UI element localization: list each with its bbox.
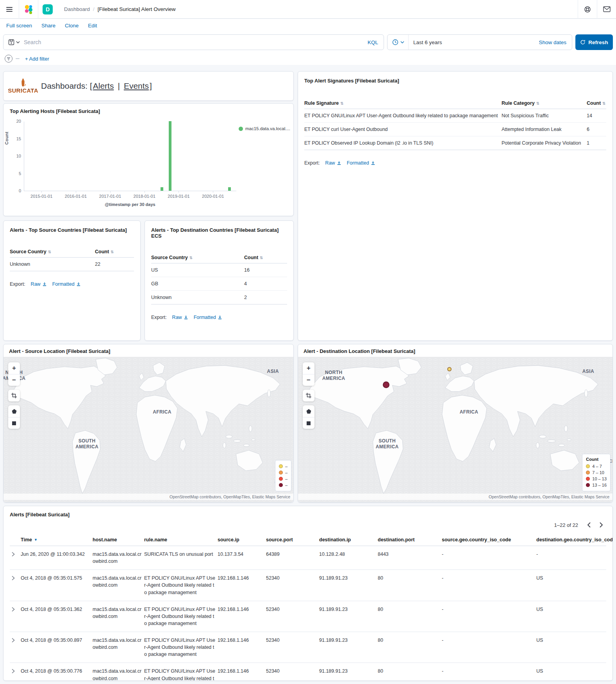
help-button[interactable] xyxy=(578,0,597,19)
column-header[interactable]: destination.port xyxy=(378,537,440,543)
column-header[interactable]: destination.ip xyxy=(319,537,376,543)
column-header[interactable]: Rule Category⇅ xyxy=(502,100,587,106)
table-row[interactable]: GB4 xyxy=(151,277,287,291)
sort-icon: ⇅ xyxy=(111,250,114,254)
y-tick-label: 15 xyxy=(9,136,21,141)
column-header[interactable]: Rule Signature⇅ xyxy=(304,100,502,106)
map-zoom-in-button[interactable]: + xyxy=(303,362,314,374)
menu-button[interactable] xyxy=(0,0,19,19)
map-draw-rect-button[interactable] xyxy=(8,417,20,429)
sort-desc-icon: ▼ xyxy=(34,538,37,542)
table-cell: mac15.data.va.local.crowbird.com xyxy=(93,668,143,681)
column-header[interactable]: Source Country⇅ xyxy=(10,249,95,254)
map-canvas[interactable]: NORTH AMERICA ASIA AFRICA SOUTH AMERICA … xyxy=(4,357,293,502)
share-link[interactable]: Share xyxy=(41,23,55,29)
expand-row-button[interactable] xyxy=(10,637,17,644)
kibana-dashboard-screen: D Dashboard / [Filebeat Suricata] Alert … xyxy=(0,0,616,684)
clone-link[interactable]: Clone xyxy=(65,23,79,29)
table-row[interactable]: ET POLICY curl User-Agent OutboundAttemp… xyxy=(304,123,606,136)
export-formatted-link[interactable]: Formatted xyxy=(194,315,222,320)
kql-selector[interactable]: KQL xyxy=(362,39,384,45)
crop-icon xyxy=(306,393,311,398)
table-row[interactable]: Oct 4, 2018 @ 05:35:00.897mac15.data.va.… xyxy=(10,632,606,663)
chart-bar[interactable] xyxy=(161,187,163,191)
expand-row-button[interactable] xyxy=(10,606,17,613)
map-fit-bounds-button[interactable] xyxy=(303,390,314,401)
table-row[interactable]: Oct 4, 2018 @ 05:35:01.575mac15.data.va.… xyxy=(10,569,606,600)
column-header-label: Rule Signature xyxy=(304,100,339,106)
map-draw-polygon-button[interactable] xyxy=(303,405,314,417)
map-canvas[interactable]: NORTH AMERICA ASIA AFRICA SOUTH AMERICA … xyxy=(298,357,612,502)
column-header[interactable]: Count⇅ xyxy=(587,100,606,106)
legend-dot-icon xyxy=(279,464,283,468)
time-quick-menu[interactable] xyxy=(387,35,409,50)
table-row[interactable]: Unknown2 xyxy=(151,291,287,304)
newsfeed-button[interactable] xyxy=(597,0,616,19)
table-row[interactable]: Unknown22 xyxy=(10,258,134,271)
chart-bar[interactable] xyxy=(169,121,171,191)
table-row[interactable]: Jun 26, 2020 @ 11:00:03.342mac15.data.va… xyxy=(10,546,606,569)
legend-item[interactable]: mac15.data.va.local.... xyxy=(239,126,290,131)
refresh-button[interactable]: Refresh xyxy=(575,34,613,50)
column-header-label: Time xyxy=(21,537,32,543)
x-tick-label: 2016-01-01 xyxy=(59,194,92,199)
saved-query-icon xyxy=(8,39,14,45)
table-row[interactable]: ET POLICY Observed IP Lookup Domain (l2 … xyxy=(304,136,606,150)
chart-bar[interactable] xyxy=(228,187,231,191)
export-raw-link[interactable]: Raw xyxy=(172,315,188,320)
map-draw-polygon-button[interactable] xyxy=(8,405,20,417)
events-dashboard-link[interactable]: Events xyxy=(124,81,149,91)
sort-icon: ⇅ xyxy=(340,101,343,106)
expand-row-button[interactable] xyxy=(10,551,17,558)
table-row[interactable]: ET POLICY GNU/Linux APT User-Agent Outbo… xyxy=(304,109,606,123)
column-header[interactable]: destination.geo.country_iso_code xyxy=(536,537,613,543)
column-header[interactable]: rule.name xyxy=(144,537,216,543)
map-zoom-out-button[interactable]: − xyxy=(303,374,314,386)
hosts-chart-plot[interactable]: 051015202015-01-012016-01-012017-01-0120… xyxy=(24,122,236,191)
column-header[interactable]: Time▼ xyxy=(21,537,91,543)
table-cell: 192.168.1.146 xyxy=(218,637,264,658)
breadcrumb-dashboard[interactable]: Dashboard xyxy=(64,6,90,12)
export-raw-link[interactable]: Raw xyxy=(31,281,47,287)
column-header[interactable]: host.name xyxy=(93,537,143,543)
export-formatted-link[interactable]: Formatted xyxy=(347,160,375,166)
chevron-right-icon xyxy=(600,522,603,528)
search-input[interactable] xyxy=(24,39,362,45)
space-selector[interactable]: D xyxy=(38,0,57,19)
column-header[interactable]: Source Country⇅ xyxy=(151,255,244,260)
column-header[interactable]: Count⇅ xyxy=(95,249,134,254)
table-cell: 10.137.3.54 xyxy=(218,551,264,565)
table-row[interactable]: Oct 4, 2018 @ 05:35:00.776mac15.data.va.… xyxy=(10,663,606,681)
export-formatted-link[interactable]: Formatted xyxy=(52,281,81,287)
map-draw-rect-button[interactable] xyxy=(303,417,314,429)
column-header[interactable]: Count⇅ xyxy=(244,255,287,260)
export-row: Export: Raw Formatted xyxy=(304,160,606,166)
column-header[interactable]: source.ip xyxy=(218,537,264,543)
table-row[interactable]: US16 xyxy=(151,263,287,277)
filter-options-button[interactable] xyxy=(5,55,12,63)
column-header[interactable]: source.port xyxy=(266,537,318,543)
show-dates-button[interactable]: Show dates xyxy=(539,39,572,45)
edit-link[interactable]: Edit xyxy=(88,23,97,29)
alerts-dashboard-link[interactable]: Alerts xyxy=(93,81,114,91)
expand-row-button[interactable] xyxy=(10,575,17,582)
table-cell: Oct 4, 2018 @ 05:35:00.897 xyxy=(21,637,91,658)
expand-row-button[interactable] xyxy=(10,668,17,675)
pagination-next-button[interactable] xyxy=(596,520,606,530)
pagination-prev-button[interactable] xyxy=(584,520,594,530)
time-range-value[interactable]: Last 6 years xyxy=(409,39,442,45)
column-header[interactable]: source.geo.country_iso_code xyxy=(442,537,535,543)
map-fit-bounds-button[interactable] xyxy=(8,390,20,401)
export-raw-link[interactable]: Raw xyxy=(325,160,341,166)
map-zoom-in-button[interactable]: + xyxy=(8,362,20,374)
table-cell: - xyxy=(442,551,535,565)
full-screen-link[interactable]: Full screen xyxy=(6,23,32,29)
table-row[interactable]: Oct 4, 2018 @ 05:35:01.362mac15.data.va.… xyxy=(10,601,606,632)
top-source-countries-panel: Alerts - Top Source Countries [Filebeat … xyxy=(3,220,141,341)
add-filter-button[interactable]: + Add filter xyxy=(25,56,49,62)
saved-query-menu[interactable] xyxy=(4,39,24,45)
x-tick-mark xyxy=(213,191,213,193)
map-zoom-out-button[interactable]: − xyxy=(8,374,20,386)
download-icon xyxy=(76,282,81,286)
elastic-logo[interactable] xyxy=(19,0,38,19)
